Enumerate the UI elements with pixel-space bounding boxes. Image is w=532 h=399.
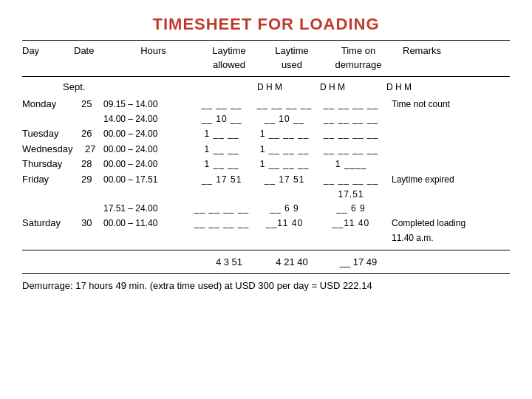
date-26: 26 xyxy=(81,126,103,142)
la-monday-2: __ 10 __ xyxy=(188,112,255,126)
table-row: 11.40 a.m. xyxy=(22,231,510,245)
day-thursday: Thursday xyxy=(22,157,81,172)
table-row: Friday 29 00.00 – 17.51 __ 17 51 __ 17 5… xyxy=(22,172,510,188)
la-saturday: __ __ __ __ xyxy=(188,216,255,231)
table-row: Wednesday 27 00.00 – 24.00 1 __ __ 1 __ … xyxy=(22,142,510,157)
day-friday: Friday xyxy=(22,172,81,188)
col-header-laytime-used: Laytime xyxy=(262,45,321,56)
col-header-day: Day xyxy=(22,45,74,56)
to-friday: __ __ __ __ xyxy=(314,173,388,187)
date-28: 28 xyxy=(81,157,103,172)
day-wednesday: Wednesday xyxy=(22,142,85,157)
subheader-used: used xyxy=(262,59,321,70)
lu-friday: __ 17 51 xyxy=(255,173,314,187)
hours-saturday: 00.00 – 11.40 xyxy=(103,216,188,231)
col-header-date: Date xyxy=(74,45,111,56)
dhm-header-3: D H M xyxy=(362,81,436,95)
table-row: 14.00 – 24.00 __ 10 __ __ 10 __ __ __ __… xyxy=(22,112,510,126)
day-monday: Monday xyxy=(22,97,81,112)
remark-friday: Laytime expired xyxy=(388,173,510,187)
to-monday-2: __ __ __ __ xyxy=(314,112,388,126)
hours-fri-extra: 17.51 – 24.00 xyxy=(103,202,188,216)
hours-wednesday: 00.00 – 24.00 xyxy=(103,143,188,157)
col-header-hours: Hours xyxy=(111,45,196,56)
lu-fri-extra: __ 6 9 xyxy=(255,202,314,216)
hours-monday-2: 14.00 – 24.00 xyxy=(103,112,188,126)
to-wednesday: __ __ __ __ xyxy=(314,143,388,157)
table-row: Monday 25 09.15 – 14.00 __ __ __ __ __ _… xyxy=(22,97,510,112)
date-29: 29 xyxy=(81,172,103,188)
hours-monday-1: 09.15 – 14.00 xyxy=(103,98,188,112)
page-title: TIMESHEET FOR LOADING xyxy=(22,15,510,34)
table-row: Thursday 28 00.00 – 24.00 1 __ __ 1 __ _… xyxy=(22,157,510,172)
col-header-laytime-allowed: Laytime xyxy=(196,45,262,56)
hours-friday: 00.00 – 17.51 xyxy=(103,173,188,187)
lu-tuesday: 1 __ __ __ xyxy=(255,127,314,141)
col-header-timeon: Time on xyxy=(321,45,395,56)
to-fri-extra: __ 6 9 xyxy=(314,202,388,216)
table-row: 17.51 xyxy=(22,188,510,202)
date-25: 25 xyxy=(81,97,103,112)
la-monday-1: __ __ __ xyxy=(188,98,255,112)
to-saturday: __11 40 xyxy=(314,216,388,231)
hours-thursday: 00.00 – 24.00 xyxy=(103,157,188,171)
remark-saturday-extra: 11.40 a.m. xyxy=(388,231,510,245)
total-to: __ 17 49 xyxy=(321,255,395,270)
lu-wednesday: 1 __ __ __ xyxy=(255,143,314,157)
table-row: 17.51 – 24.00 __ __ __ __ __ 6 9 __ 6 9 xyxy=(22,202,510,216)
la-tuesday: 1 __ __ xyxy=(188,127,255,141)
table-row: Saturday 30 00.00 – 11.40 __ __ __ __ __… xyxy=(22,216,510,231)
remark-saturday: Completed loading xyxy=(388,216,510,231)
demurrage-text: Demurrage: 17 hours 49 min. (extra time … xyxy=(22,280,510,291)
subheader-demurrage: demurrage xyxy=(321,59,395,70)
subheader-allowed: allowed xyxy=(196,59,262,70)
la-fri-extra: __ __ __ __ xyxy=(188,202,255,216)
day-tuesday: Tuesday xyxy=(22,126,81,142)
sept-label: Sept. xyxy=(63,80,81,95)
la-friday: __ 17 51 xyxy=(188,173,255,187)
lu-thursday: 1 __ __ __ xyxy=(255,157,314,171)
total-la: 4 3 51 xyxy=(196,255,262,270)
date-27: 27 xyxy=(85,142,103,157)
date-30: 30 xyxy=(81,216,103,231)
lu-monday-2: __ 10 __ xyxy=(255,112,314,126)
to-tuesday: __ __ __ __ xyxy=(314,127,388,141)
la-wednesday: 1 __ __ xyxy=(188,143,255,157)
dhm-header-1: D H M xyxy=(236,81,303,95)
lu-monday-1: __ __ __ __ xyxy=(255,98,314,112)
remark-monday: Time not count xyxy=(388,98,510,112)
lu-saturday: __11 40 xyxy=(255,216,314,231)
total-lu: 4 21 40 xyxy=(262,255,321,270)
to-monday-1: __ __ __ __ xyxy=(314,98,388,112)
table-row: Tuesday 26 00.00 – 24.00 1 __ __ 1 __ __… xyxy=(22,126,510,142)
dhm-header-2: D H M xyxy=(303,81,362,95)
la-thursday: 1 __ __ xyxy=(188,157,255,171)
to-friday-1751: 17.51 xyxy=(314,188,388,202)
totals-row: 4 3 51 4 21 40 __ 17 49 xyxy=(22,253,510,270)
to-thursday: 1 ____ xyxy=(314,157,388,171)
day-saturday: Saturday xyxy=(22,216,81,231)
col-header-remarks: Remarks xyxy=(395,45,510,56)
hours-tuesday: 00.00 – 24.00 xyxy=(103,127,188,141)
